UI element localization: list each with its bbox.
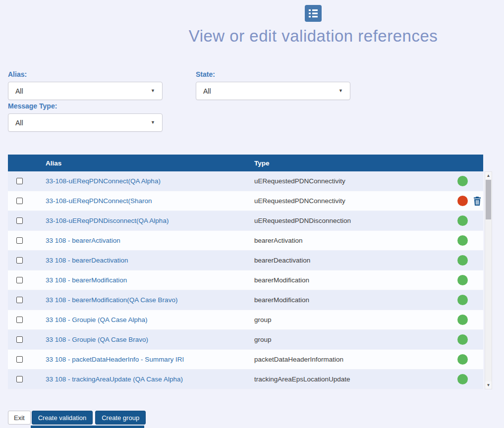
alias-filter-label: Alias: <box>8 70 27 78</box>
checkbox-cell <box>8 317 38 323</box>
alias-cell: 33-108-uEReqPDNDisconnect(QA Alpha) <box>38 217 246 224</box>
row-alias-link[interactable]: 33 108 - packetDataHeaderInfo - Summary … <box>46 356 184 363</box>
trash-cell <box>473 197 483 206</box>
status-dot <box>457 275 468 285</box>
trash-cell <box>473 236 483 245</box>
table-row: 33-108-uEReqPDNConnect(Sharon uERequeste… <box>8 191 483 211</box>
row-checkbox[interactable] <box>16 237 23 244</box>
row-checkbox[interactable] <box>16 217 23 224</box>
row-checkbox[interactable] <box>16 356 23 363</box>
status-dot <box>457 215 468 226</box>
row-alias-link[interactable]: 33-108-uEReqPDNConnect(QA Alpha) <box>46 177 161 185</box>
row-checkbox[interactable] <box>16 257 23 264</box>
row-checkbox[interactable] <box>16 317 23 323</box>
trash-cell <box>473 276 483 285</box>
create-validation-button[interactable]: Create validation <box>32 411 93 425</box>
checkbox-cell <box>8 277 38 283</box>
row-type: uERequestedPDNConnectivity <box>246 197 451 205</box>
exit-button[interactable]: Exit <box>8 411 31 425</box>
checkbox-cell <box>8 237 38 244</box>
row-type: group <box>246 316 451 323</box>
checkbox-cell <box>8 356 38 363</box>
row-checkbox[interactable] <box>16 198 23 204</box>
row-checkbox[interactable] <box>16 277 23 283</box>
row-checkbox[interactable] <box>16 376 23 382</box>
status-dot <box>457 334 468 345</box>
validation-references-table: Alias Type 33-108-uEReqPDNConnect(QA Alp… <box>8 155 483 389</box>
row-type: bearerDeactivation <box>246 257 451 264</box>
status-cell <box>451 354 473 365</box>
checkbox-cell <box>8 336 38 343</box>
row-alias-link[interactable]: 33 108 - bearerDeactivation <box>46 257 128 264</box>
alias-cell: 33-108-uEReqPDNConnect(Sharon <box>38 197 246 205</box>
checkbox-cell <box>8 376 38 382</box>
trash-cell <box>473 296 483 305</box>
status-cell <box>451 315 473 325</box>
delete-icon[interactable] <box>473 197 481 206</box>
status-dot <box>457 235 468 246</box>
trash-cell <box>473 256 483 265</box>
checkbox-cell <box>8 257 38 264</box>
footer-actions: Exit Create validation Create group <box>8 411 148 425</box>
row-alias-link[interactable]: 33 108 - Groupie (QA Case Alpha) <box>46 316 148 323</box>
table-row: 33-108-uEReqPDNConnect(QA Alpha) uEReque… <box>8 171 483 191</box>
page-header: View or edit validation references <box>140 5 487 46</box>
scrollbar-thumb[interactable] <box>486 180 491 219</box>
alias-cell: 33 108 - Groupie (QA Case Alpha) <box>38 316 246 323</box>
state-filter-select[interactable]: All ▼ <box>196 82 350 100</box>
status-dot <box>457 176 468 186</box>
status-cell <box>451 295 473 305</box>
status-dot <box>457 295 468 305</box>
row-alias-link[interactable]: 33 108 - bearerModification(QA Case Brav… <box>46 296 177 304</box>
table-row: 33-108-uEReqPDNDisconnect(QA Alpha) uERe… <box>8 211 483 231</box>
table-row: 33 108 - bearerDeactivation bearerDeacti… <box>8 251 483 270</box>
chevron-down-icon: ▼ <box>151 89 155 93</box>
alias-cell: 33 108 - Groupie (QA Case Bravo) <box>38 336 246 343</box>
checkbox-cell <box>8 178 38 184</box>
alias-cell: 33 108 - bearerModification <box>38 276 246 284</box>
table-row: 33 108 - bearerActivation bearerActivati… <box>8 231 483 251</box>
message-type-filter-label: Message Type: <box>8 102 57 110</box>
message-type-filter-select[interactable]: All ▼ <box>8 113 163 132</box>
table-header-row: Alias Type <box>8 155 483 171</box>
status-cell <box>451 196 473 206</box>
state-filter-label: State: <box>196 70 215 78</box>
trash-cell <box>473 216 483 225</box>
status-cell <box>451 374 473 384</box>
scroll-up-arrow-icon[interactable]: ▲ <box>485 172 492 179</box>
row-alias-link[interactable]: 33-108-uEReqPDNConnect(Sharon <box>46 197 152 205</box>
table-row: 33 108 - packetDataHeaderInfo - Summary … <box>8 350 483 370</box>
row-type: trackingAreaEpsLocationUpdate <box>246 375 451 383</box>
alias-cell: 33 108 - bearerModification(QA Case Brav… <box>38 296 246 304</box>
row-type: bearerModification <box>246 276 451 284</box>
alias-cell: 33 108 - bearerDeactivation <box>38 257 246 264</box>
state-filter-value: All <box>203 87 211 95</box>
column-header-alias: Alias <box>38 160 246 167</box>
status-dot <box>457 315 468 325</box>
trash-cell <box>473 335 483 344</box>
row-checkbox[interactable] <box>16 178 23 184</box>
row-checkbox[interactable] <box>16 336 23 343</box>
row-alias-link[interactable]: 33 108 - bearerModification <box>46 276 127 284</box>
status-cell <box>451 235 473 246</box>
checkbox-cell <box>8 297 38 303</box>
table-scrollbar[interactable]: ▲ ▼ <box>485 171 492 389</box>
row-alias-link[interactable]: 33 108 - Groupie (QA Case Bravo) <box>46 336 148 343</box>
trash-cell <box>473 316 483 324</box>
create-group-button[interactable]: Create group <box>95 411 146 425</box>
trash-cell <box>473 375 483 384</box>
row-type: bearerActivation <box>246 237 451 244</box>
row-alias-link[interactable]: 33-108-uEReqPDNDisconnect(QA Alpha) <box>46 217 168 224</box>
checklist-icon <box>305 5 322 22</box>
status-cell <box>451 334 473 345</box>
row-type: uERequestedPDNConnectivity <box>246 177 451 185</box>
alias-filter-select[interactable]: All ▼ <box>8 82 163 100</box>
row-checkbox[interactable] <box>16 297 23 303</box>
status-dot <box>457 196 468 206</box>
row-alias-link[interactable]: 33 108 - trackingAreaUpdate (QA Case Alp… <box>46 375 183 383</box>
alias-cell: 33 108 - trackingAreaUpdate (QA Case Alp… <box>38 375 246 383</box>
row-alias-link[interactable]: 33 108 - bearerActivation <box>46 237 120 244</box>
scroll-down-arrow-icon[interactable]: ▼ <box>485 381 492 389</box>
chevron-down-icon: ▼ <box>338 89 343 93</box>
cutoff-buttons-strip <box>31 426 144 428</box>
